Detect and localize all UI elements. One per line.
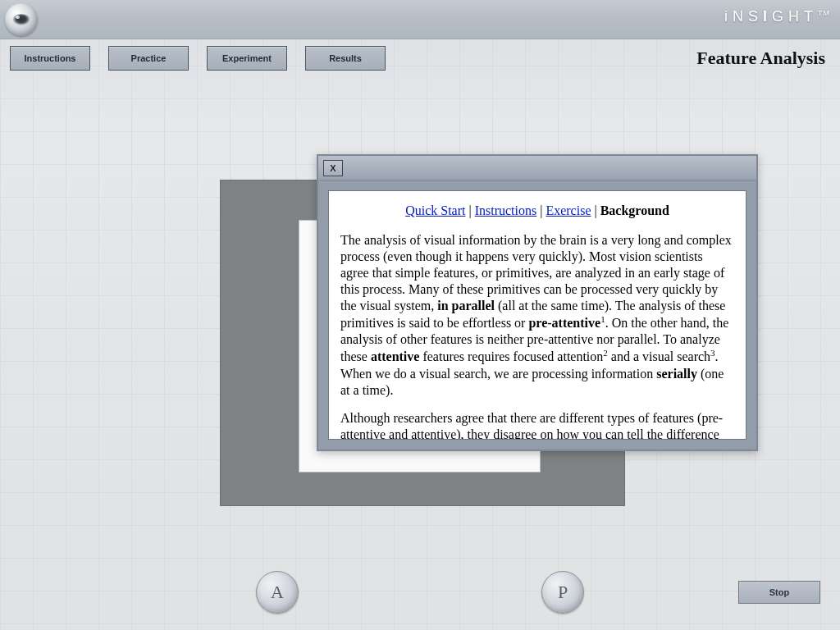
popup-tabs: Quick Start | Instructions | Exercise | …	[340, 203, 734, 219]
stop-button[interactable]: Stop	[738, 581, 820, 604]
tab-sep: |	[465, 203, 474, 217]
tab-sep: |	[591, 203, 600, 217]
nav-row: Instructions Practice Experiment Results	[10, 46, 386, 71]
page-title: Feature Analysis	[696, 48, 825, 69]
tab-exercise[interactable]: Exercise	[546, 203, 591, 217]
popup-body: Quick Start | Instructions | Exercise | …	[328, 190, 746, 440]
instructions-button[interactable]: Instructions	[10, 46, 90, 71]
tab-instructions[interactable]: Instructions	[475, 203, 537, 217]
close-button[interactable]: X	[323, 160, 343, 176]
popup-text: The analysis of visual information by th…	[340, 232, 734, 440]
tab-sep: |	[536, 203, 546, 217]
top-bar: iNSIGHTTM	[0, 0, 840, 39]
popup-header: X	[318, 156, 756, 180]
tab-quick-start[interactable]: Quick Start	[405, 203, 465, 217]
response-p-button[interactable]: P	[541, 571, 584, 614]
instructions-popup: X Quick Start | Instructions | Exercise …	[317, 154, 758, 451]
brand-label: iNSIGHTTM	[724, 8, 830, 25]
experiment-button[interactable]: Experiment	[207, 46, 287, 71]
response-a-button[interactable]: A	[256, 571, 299, 614]
results-button[interactable]: Results	[305, 46, 386, 71]
practice-button[interactable]: Practice	[108, 46, 189, 71]
eye-logo-icon	[5, 3, 38, 36]
tab-background[interactable]: Background	[600, 203, 669, 217]
